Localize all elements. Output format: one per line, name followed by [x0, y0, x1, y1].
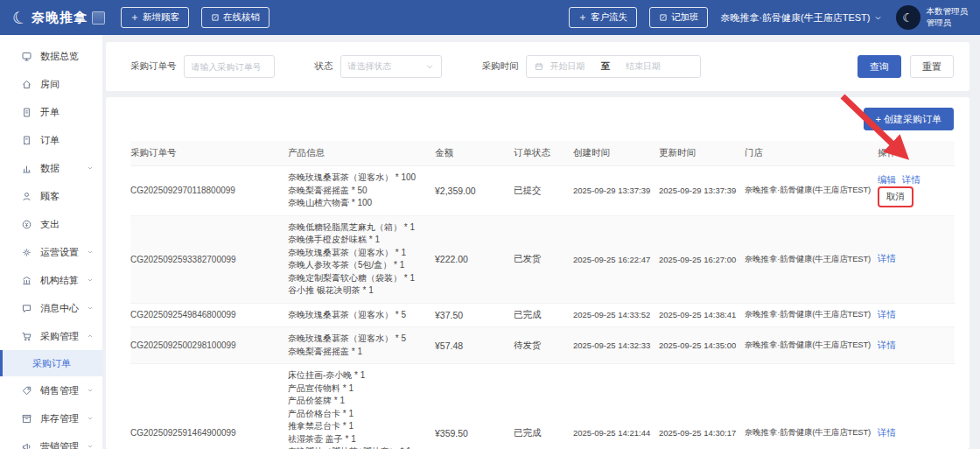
sidebar-item-label: 订单 [40, 134, 60, 147]
avatar[interactable]: ☾ [896, 5, 920, 30]
end-date-placeholder: 结束日期 [626, 60, 661, 73]
user-role: 管理员 [927, 18, 969, 29]
table-row: CG2025092500298100099奈晚玫瑰桑葚茶（迎客水） * 5奈晚梨… [130, 327, 955, 364]
sidebar-item-billing-file[interactable]: 开单 [0, 98, 102, 126]
customers-user-icon [21, 191, 32, 202]
new-customer-button[interactable]: 新增顾客 [121, 7, 189, 28]
create-purchase-order-button[interactable]: + 创建采购订单 [864, 108, 954, 130]
cancel-action[interactable]: 取消 [878, 186, 914, 207]
message-chat-icon [21, 303, 32, 314]
amount-cell: ¥37.50 [435, 303, 514, 327]
product-line: 奈晚定制梨膏软心糖（袋装） * 1 [288, 272, 430, 285]
created-time-cell: 2025-09-29 13:37:39 [573, 166, 659, 216]
updated-time-cell: 2025-09-25 14:35:00 [659, 327, 745, 364]
sidebar-item-expense-coin[interactable]: 支出 [0, 210, 102, 238]
app-root: ☾ 奈晚推拿 新增顾客 在线核销 客户流失 记加班 奈晚推拿·筋骨健康(牛王庙店… [0, 0, 980, 449]
sidebar-item-label: 运营设置 [40, 246, 79, 259]
sidebar-item-label: 采购管理 [40, 330, 79, 343]
sidebar-item-operations-gear[interactable]: 运营设置 [0, 238, 102, 266]
created-time-cell: 2025-09-25 14:32:33 [573, 327, 659, 364]
product-line: 奈晚脚枕（脚枕芯+脚枕套） * 1 [288, 445, 430, 449]
edit-action[interactable]: 编辑 [878, 174, 896, 186]
sidebar-item-message-chat[interactable]: 消息中心 [0, 294, 102, 322]
sidebar-subitem-purchase-orders[interactable]: 采购订单 [0, 350, 102, 376]
status-cell: 已完成 [514, 303, 573, 327]
product-line: 奈晚玫瑰桑葚茶（迎客水） * 100 [288, 172, 430, 185]
store-cell: 奈晚推拿·筋骨健康(牛王庙店TEST) [745, 215, 878, 303]
actions-cell: 详情 [878, 215, 955, 303]
purchase-time-label: 采购时间 [482, 60, 519, 73]
chevron-down-icon [874, 14, 882, 22]
plus-icon [130, 13, 139, 22]
status-placeholder: 请选择状态 [348, 60, 425, 73]
actions-cell: 详情 [878, 364, 955, 449]
created-time-cell: 2025-09-25 14:21:44 [573, 364, 659, 449]
store-selector-dropdown[interactable]: 奈晚推拿·筋骨健康(牛王庙店TEST) [720, 11, 881, 25]
table-row: CG2025092549846800099奈晚玫瑰桑葚茶（迎客水） * 5¥37… [130, 303, 955, 327]
sidebar-item-label: 库存管理 [40, 412, 79, 425]
sidebar-item-customers-user[interactable]: 顾客 [0, 182, 102, 210]
product-line: 奈晚梨膏摇摇盖 * 1 [288, 346, 430, 359]
top-header: ☾ 奈晚推拿 新增顾客 在线核销 客户流失 记加班 奈晚推拿·筋骨健康(牛王庙店… [0, 0, 980, 35]
search-button[interactable]: 查询 [858, 55, 901, 78]
product-info-cell: 奈晚玫瑰桑葚茶（迎客水） * 5 [288, 303, 435, 327]
sidebar-item-label: 数据总览 [40, 50, 79, 63]
purchase-order-no: CG2025092591464900099 [130, 364, 288, 449]
updated-time-cell: 2025-09-25 16:27:00 [659, 215, 745, 303]
chevron-down-icon [87, 277, 94, 284]
purchase-order-no: CG2025092549846800099 [130, 303, 288, 327]
amount-cell: ¥222.00 [435, 215, 514, 303]
actions-cell: 编辑详情取消 [878, 166, 955, 216]
column-header: 金额 [435, 141, 514, 166]
column-header: 产品信息 [288, 141, 435, 166]
detail-action[interactable]: 详情 [878, 427, 896, 439]
calendar-icon [535, 62, 543, 71]
status-select[interactable]: 请选择状态 [340, 55, 442, 78]
sidebar-item-label: 营销管理 [40, 440, 79, 449]
status-cell: 已提交 [514, 166, 573, 216]
chevron-down-icon [425, 62, 434, 71]
status-cell: 待发货 [514, 327, 573, 364]
reset-button[interactable]: 重置 [910, 55, 954, 78]
billing-file-icon [21, 107, 32, 118]
sidebar-item-marketing-megaphone[interactable]: 营销管理 [0, 432, 102, 449]
chevron-down-icon [87, 249, 94, 256]
sidebar-item-dashboard-monitor[interactable]: 数据总览 [0, 42, 102, 70]
table-row: CG2025092593382700099奈晚低糖轻脂黑芝麻丸（箱） * 1奈晚… [130, 215, 955, 303]
sidebar-item-label: 支出 [40, 218, 60, 231]
sidebar-item-inventory-box[interactable]: 库存管理 [0, 404, 102, 432]
product-line: 产品宣传物料 * 1 [288, 382, 430, 396]
table-row: CG2025092970118800099奈晚玫瑰桑葚茶（迎客水） * 100奈… [130, 166, 955, 216]
edit-square-icon [211, 13, 220, 22]
customer-loss-button[interactable]: 客户流失 [569, 7, 637, 28]
overtime-log-button[interactable]: 记加班 [649, 7, 709, 28]
amount-cell: ¥57.48 [435, 327, 514, 364]
sidebar-item-settlement-bank[interactable]: 机构结算 [0, 266, 102, 294]
sidebar-item-purchase-cart[interactable]: 采购管理 [0, 322, 102, 350]
product-info-cell: 奈晚玫瑰桑葚茶（迎客水） * 100奈晚梨膏摇摇盖 * 50奈晚山楂六物膏 * … [288, 166, 435, 216]
amount-cell: ¥359.50 [435, 364, 514, 449]
sidebar-item-data-chart[interactable]: 数据 [0, 154, 102, 182]
sidebar-item-sales-tag[interactable]: 销售管理 [0, 376, 102, 404]
logo-seal-badge [92, 11, 105, 25]
detail-action[interactable]: 详情 [878, 309, 896, 321]
product-line: 推拿禁忌台卡 * 1 [288, 420, 430, 433]
purchase-orders-table: 采购订单号产品信息金额订单状态创建时间更新时间门店操作 CG2025092970… [130, 141, 955, 449]
amount-cell: ¥2,359.00 [435, 166, 514, 216]
purchase-order-no: CG2025092970118800099 [130, 166, 288, 216]
product-info-cell: 奈晚低糖轻脂黑芝麻丸（箱） * 1奈晚佛手橙皮舒味糕 * 1奈晚玫瑰桑葚茶（迎客… [288, 215, 435, 303]
product-line: 奈晚低糖轻脂黑芝麻丸（箱） * 1 [288, 221, 430, 235]
date-range-picker[interactable]: 开始日期 至 结束日期 [526, 55, 701, 78]
order-no-input[interactable] [184, 55, 275, 78]
detail-action[interactable]: 详情 [902, 174, 920, 186]
sidebar-item-orders-receipt[interactable]: 订单 [0, 126, 102, 154]
online-verify-button[interactable]: 在线核销 [201, 7, 270, 28]
sidebar-item-room-home[interactable]: 房间 [0, 70, 102, 98]
column-header: 订单状态 [514, 141, 573, 166]
store-cell: 奈晚推拿·筋骨健康(牛王庙店TEST) [745, 303, 878, 327]
column-header: 操作 [878, 141, 955, 166]
detail-action[interactable]: 详情 [878, 340, 896, 352]
detail-action[interactable]: 详情 [878, 253, 896, 265]
product-info-cell: 床位挂画-奈小晚 * 1产品宣传物料 * 1产品价签牌 * 1产品价格台卡 * … [288, 364, 435, 449]
plus-icon [578, 13, 587, 22]
